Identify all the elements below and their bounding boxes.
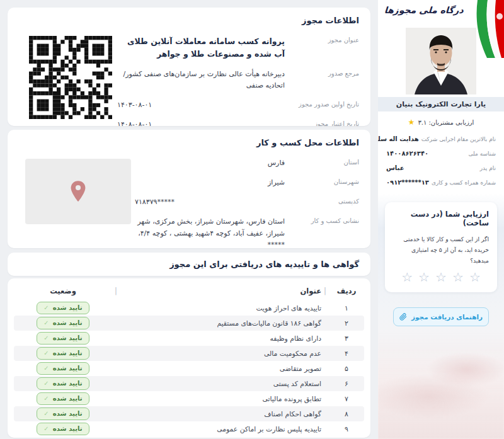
status-badge-label: تایید شده [53, 348, 83, 358]
column-divider: | [112, 287, 120, 295]
location-info-title: اطلاعات محل کسب و کار [19, 138, 359, 147]
portal-logo: درگاه ملی مجوزها [384, 5, 464, 15]
status-badge-label: تایید شده [53, 318, 83, 328]
guide-button-label: راهنمای دریافت مجوز [411, 313, 483, 321]
certificate-name: تصویر متقاضی [120, 365, 321, 373]
customer-rating: ارزیابی مشتریان: ۳.۱ ★ [378, 118, 504, 126]
background-watermark [378, 332, 504, 439]
rating-star-icon[interactable]: ☆ [418, 271, 430, 283]
sidebar: درگاه ملی مجوزها یارا تجارت الکترونیک بن… [378, 0, 504, 439]
certificate-name: گواهی ۱۸۶ قانون مالیات‌های مستقیم [120, 319, 321, 328]
status-badge-label: تایید شده [53, 379, 83, 388]
status-badge-label: تایید شده [53, 409, 83, 418]
row-number: ۳ [329, 334, 364, 343]
rating-star-icon[interactable]: ☆ [401, 271, 413, 283]
field-label: تاریخ اولین صدور مجوز [285, 100, 359, 108]
table-row: ۹|تاییدیه پلیس نظارت بر اماکن عمومی|تایی… [14, 421, 364, 436]
certificate-name: استعلام کد پستی [120, 380, 321, 388]
status-badge-label: تایید شده [53, 424, 83, 433]
field-value: شیراز [135, 177, 285, 188]
row-number: ۵ [329, 365, 364, 373]
license-info-title: اطلاعات مجوز [19, 16, 359, 25]
field-label: تاریخ اعتبار مجوز [285, 119, 359, 126]
field-label: نام بالاترین مقام اجرایی شرکت [421, 136, 496, 142]
rating-star-icon[interactable]: ☆ [435, 271, 447, 283]
field-label: نشانی کسب و کار [285, 216, 359, 224]
field-label: شهرستان [285, 177, 359, 185]
map-pin-icon [69, 180, 88, 203]
your-rating-question: اگر از این کسب و کار کالا یا خدمتی خریده… [393, 234, 489, 266]
column-header-name: عنوان [120, 287, 321, 295]
table-row: ۶|استعلام کد پستی|تایید شده✓ [14, 376, 364, 391]
status-badge-label: تایید شده [53, 363, 83, 373]
field-row: کدپستی۷۱۸۳۷۹***** [135, 197, 359, 208]
field-value: ۱۴۰۳-۰۸-۰۱ [117, 100, 285, 111]
row-number: ۸ [329, 410, 364, 418]
rating-star-icon[interactable]: ☆ [469, 271, 481, 283]
status-badge-label: تایید شده [53, 303, 83, 312]
status-badge: تایید شده✓ [37, 377, 89, 390]
license-info-card: اطلاعات مجوز عنوان مجوزپروانه کسب سامانه… [8, 8, 370, 126]
field-value: عباس [386, 164, 404, 171]
status-badge: تایید شده✓ [37, 302, 89, 314]
check-icon: ✓ [43, 394, 49, 403]
rating-star-icon[interactable]: ☆ [452, 271, 464, 283]
table-row: ۴|عدم محکومیت مالی|تایید شده✓ [14, 346, 364, 361]
field-value: ۷۱۸۳۷۹***** [135, 197, 285, 208]
check-icon: ✓ [43, 333, 49, 343]
field-value: استان فارس، شهرستان شیراز، بخش مرکزی، شه… [135, 216, 285, 248]
customer-rating-label: ارزیابی مشتریان: ۳.۱ [418, 119, 474, 126]
table-row: ۲|گواهی ۱۸۶ قانون مالیات‌های مستقیم|تایی… [14, 316, 364, 331]
certificate-name: دارای نظام وظیفه [120, 334, 321, 343]
field-value: پروانه کسب سامانه معاملات آنلاین طلای آب… [117, 35, 285, 60]
app: درگاه ملی مجوزها یارا تجارت الکترونیک بن… [0, 0, 504, 439]
field-label: مرجع صدور [285, 69, 359, 77]
status-badge: تایید شده✓ [37, 362, 89, 375]
table-body: ۱|تاییدیه های احراز هویت|تایید شده✓۲|گوا… [14, 300, 364, 436]
certificates-title-card: گواهی ها و تاییدیه های دریافتی برای این … [8, 253, 370, 276]
iran-flag-ribbon-icon [460, 0, 504, 58]
field-row: شناسه ملی۱۴۰۰۸۶۲۶۳۴۰ [386, 150, 496, 157]
status-badge: تایید شده✓ [37, 317, 89, 329]
business-name: یارا تجارت الکترونیک بنیان [378, 97, 504, 111]
table-row: ۸|گواهی احکام اصناف|تایید شده✓ [14, 406, 364, 421]
field-label: شماره همراه کسب و کاری [432, 180, 496, 186]
guide-button[interactable]: راهنمای دریافت مجوز [393, 307, 489, 326]
row-number: ۷ [329, 395, 364, 403]
field-row: تاریخ اولین صدور مجوز۱۴۰۳-۰۸-۰۱ [117, 100, 359, 111]
status-badge: تایید شده✓ [37, 423, 89, 435]
field-row: عنوان مجوزپروانه کسب سامانه معاملات آنلا… [117, 35, 359, 60]
certificate-name: تطابق پرونده مالیاتی [120, 395, 321, 403]
your-rating-title: ارزیابی شما (در دست ساخت) [393, 210, 489, 227]
star-icon: ★ [408, 118, 415, 126]
field-value: دبیرخانه هیأت عالی نظارت بر سازمان‌های ص… [117, 69, 285, 91]
rating-stars[interactable]: ☆☆☆☆☆ [393, 271, 489, 283]
field-label: عنوان مجوز [285, 35, 359, 43]
main-content: اطلاعات مجوز عنوان مجوزپروانه کسب سامانه… [0, 0, 378, 439]
field-row: نشانی کسب و کاراستان فارس، شهرستان شیراز… [135, 216, 359, 248]
column-header-status: وضعیت [14, 287, 112, 295]
status-badge: تایید شده✓ [37, 408, 89, 420]
status-badge-label: تایید شده [53, 394, 83, 403]
check-icon: ✓ [43, 409, 49, 418]
status-badge: تایید شده✓ [37, 332, 89, 345]
check-icon: ✓ [43, 379, 49, 388]
field-row: نام پدرعباس [386, 164, 496, 171]
field-value: ۱۴۰۸-۰۸-۰۱ [117, 119, 285, 126]
check-icon: ✓ [43, 348, 49, 358]
field-row: مرجع صدوردبیرخانه هیأت عالی نظارت بر ساز… [117, 69, 359, 91]
field-value: هدایت اله سلیمی [378, 135, 419, 142]
location-info-card: اطلاعات محل کسب و کار استانفارسشهرستانشی… [8, 130, 370, 248]
field-value: ۰۹۱۲******۱۳ [386, 179, 429, 186]
check-icon: ✓ [43, 318, 49, 328]
field-row: نام بالاترین مقام اجرایی شرکتهدایت اله س… [386, 135, 496, 142]
field-row: شهرستانشیراز [135, 177, 359, 188]
certificate-name: تاییدیه های احراز هویت [120, 304, 321, 312]
certificates-table-card: ردیف | عنوان | وضعیت ۱|تاییدیه های احراز… [8, 278, 370, 438]
status-badge-label: تایید شده [53, 333, 83, 343]
field-row: شماره همراه کسب و کاری۰۹۱۲******۱۳ [386, 179, 496, 186]
certificate-name: گواهی احکام اصناف [120, 410, 321, 418]
status-badge: تایید شده✓ [37, 347, 89, 360]
table-row: ۳|دارای نظام وظیفه|تایید شده✓ [14, 331, 364, 346]
row-number: ۶ [329, 380, 364, 388]
